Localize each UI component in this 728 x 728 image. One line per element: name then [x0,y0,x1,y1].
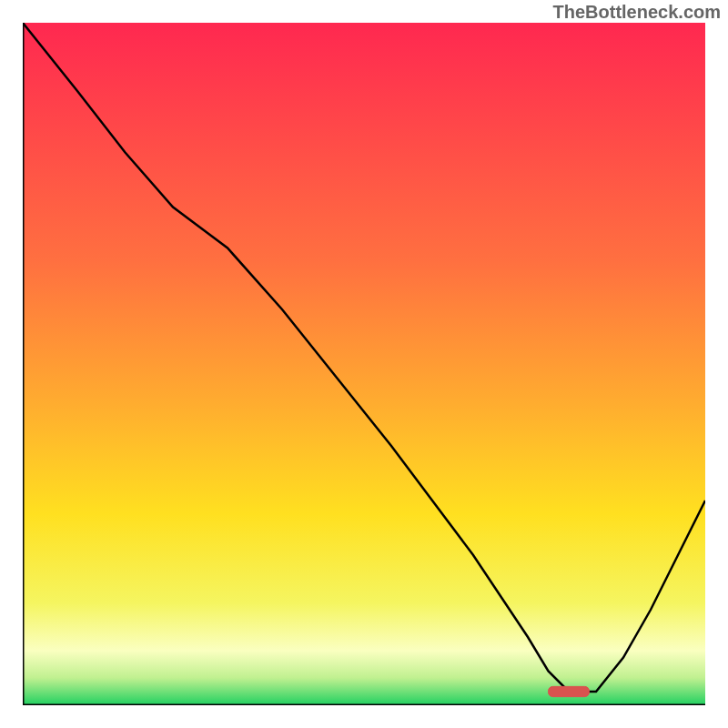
chart-svg [23,23,705,705]
gradient-background [23,23,705,705]
watermark-text: TheBottleneck.com [553,2,721,23]
optimal-marker [549,686,590,696]
chart-container [23,23,705,705]
